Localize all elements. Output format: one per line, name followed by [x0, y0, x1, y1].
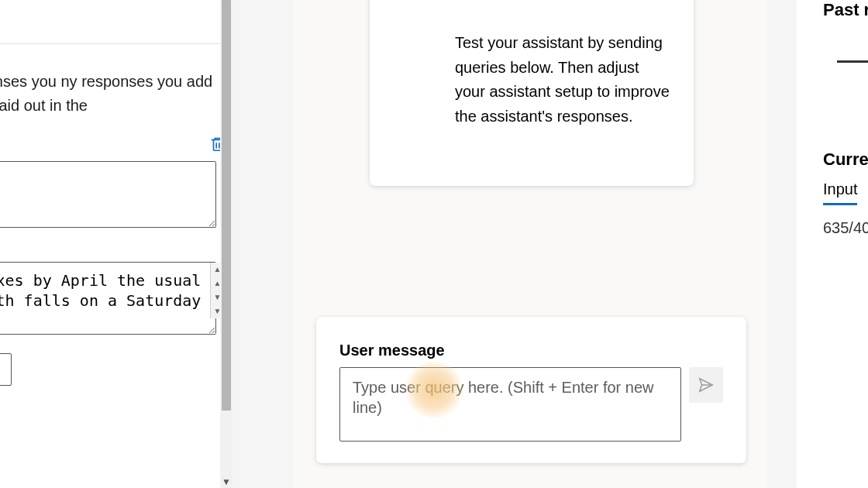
setup-panel: e chat what responses you ny responses y…: [0, 0, 232, 488]
scroll-down-arrow[interactable]: ▼: [220, 476, 232, 488]
user-message-card: User message: [316, 317, 746, 463]
tab-input[interactable]: Input: [823, 180, 857, 205]
example-user-input[interactable]: [0, 161, 216, 228]
chat-panel: Test your assistant by sending queries b…: [293, 0, 767, 488]
chat-icon: [393, 0, 436, 3]
user-message-label: User message: [339, 342, 723, 359]
examples-instructions: e chat what responses you ny responses y…: [0, 0, 225, 133]
right-panel: Past r Curre Input 635/40: [797, 0, 868, 488]
heading-underline: [837, 60, 868, 63]
token-count: 635/40: [823, 219, 868, 237]
example-assistant-input[interactable]: [0, 262, 216, 335]
current-heading: Curre: [823, 149, 868, 170]
extra-input[interactable]: [0, 353, 12, 386]
chat-intro-text: Test your assistant by sending queries b…: [455, 0, 670, 163]
left-scrollbar-track[interactable]: ▼: [220, 0, 232, 488]
user-message-input[interactable]: [339, 367, 681, 442]
send-button[interactable]: [689, 367, 723, 403]
past-heading: Past r: [823, 0, 868, 20]
chat-intro-card: Test your assistant by sending queries b…: [370, 0, 694, 186]
left-scrollbar-thumb[interactable]: [222, 0, 231, 411]
